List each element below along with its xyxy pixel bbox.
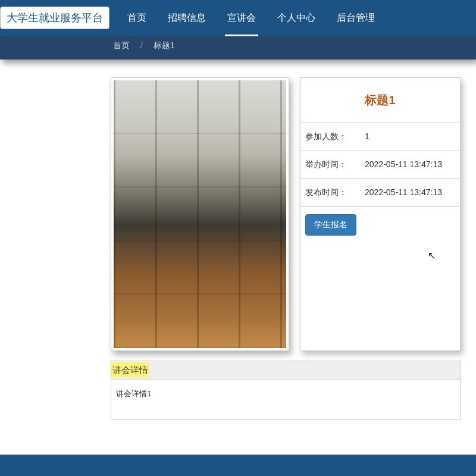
info-row-publish-time: 发布时间： 2022-05-11 13:47:13 [300, 178, 460, 206]
details-header: 讲会详情 [111, 361, 460, 380]
info-row-participants: 参加人数： 1 [300, 123, 460, 151]
register-button[interactable]: 学生报名 [305, 214, 356, 236]
details-header-label: 讲会详情 [111, 362, 149, 377]
button-area: 学生报名 [300, 206, 460, 243]
top-navbar: 大学生就业服务平台 首页 招聘信息 宣讲会 个人中心 后台管理 [0, 0, 476, 36]
brand-logo[interactable]: 大学生就业服务平台 [0, 7, 109, 29]
nav-career-talk[interactable]: 宣讲会 [217, 0, 267, 36]
info-label: 参加人数： [305, 131, 365, 142]
event-image-box [111, 77, 289, 351]
info-row-event-time: 举办时间： 2022-05-11 13:47:13 [300, 151, 460, 178]
breadcrumb-home[interactable]: 首页 [113, 40, 130, 50]
breadcrumb: 首页 / 标题1 [0, 36, 476, 60]
info-label: 举办时间： [305, 159, 365, 170]
details-body: 讲会详情1 [111, 380, 460, 419]
info-panel: 标题1 参加人数： 1 举办时间： 2022-05-11 13:47:13 发布… [300, 77, 461, 351]
nav-admin[interactable]: 后台管理 [326, 0, 386, 36]
nav-recruitment[interactable]: 招聘信息 [157, 0, 217, 36]
breadcrumb-current: 标题1 [154, 40, 175, 50]
details-section: 讲会详情 讲会详情1 [111, 361, 461, 420]
nav-items: 首页 招聘信息 宣讲会 个人中心 后台管理 [117, 0, 386, 36]
info-value: 2022-05-11 13:47:13 [365, 159, 455, 170]
event-image [114, 80, 286, 348]
info-value: 2022-05-11 13:47:13 [365, 187, 455, 198]
info-label: 发布时间： [305, 187, 365, 198]
event-title: 标题1 [300, 78, 460, 123]
info-value: 1 [365, 131, 455, 142]
footer-bar [0, 455, 476, 476]
nav-home[interactable]: 首页 [117, 0, 157, 36]
main-content: 标题1 参加人数： 1 举办时间： 2022-05-11 13:47:13 发布… [0, 60, 476, 351]
breadcrumb-sep: / [140, 40, 143, 50]
nav-personal[interactable]: 个人中心 [267, 0, 326, 36]
